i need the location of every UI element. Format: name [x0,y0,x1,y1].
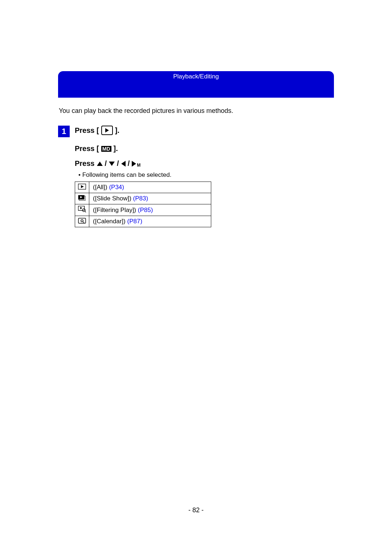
row-0: ([All]) (P34) [89,182,211,193]
row-2: ([Filtering Play]) (P85) [89,204,211,216]
svg-line-8 [85,211,86,212]
row-3-label: ([Calendar]) [93,218,127,225]
table-row: ([Calendar]) (P87) [75,216,211,227]
table-row: ([Slide Show]) (P83) [75,193,211,204]
step2-before: Press [ [75,144,99,153]
bullet-note: Following items can be selected. [75,171,334,179]
up-arrow-icon [97,162,103,166]
step1-before: Press [ [75,126,99,135]
svg-point-10 [81,220,83,222]
mode-dial-badge: MD [101,146,111,152]
row-2-label: ([Filtering Play]) [93,207,138,213]
step-1: 1 Press [ ]. [58,126,334,137]
playback-icon [101,126,113,135]
breadcrumb-bar: Playback/Editing [58,71,334,82]
step3-press: Press [75,159,95,168]
breadcrumb: Playback/Editing [173,73,219,80]
left-arrow-icon [121,161,126,167]
page-link[interactable]: (P87) [127,218,142,225]
step-number-1: 1 [58,126,70,137]
slash-3: / [128,159,130,168]
manual-page: Playback/Editing You can play back the r… [0,0,392,554]
table-row: ([All]) (P34) [75,182,211,193]
page-link[interactable]: (P83) [133,195,148,202]
filtering-play-icon [78,206,86,212]
play-all-icon [78,184,86,190]
row-3: ([Calendar]) (P87) [89,216,211,227]
row-1-label: ([Slide Show]) [93,195,133,202]
page-number: - 82 - [0,506,392,514]
page-link[interactable]: (P34) [109,184,124,191]
svg-marker-6 [80,207,82,209]
row-0-label: ([All]) [93,184,109,191]
right-arrow-icon [132,161,136,167]
table-row: ([Filtering Play]) (P85) [75,204,211,216]
step1-after: ]. [115,126,119,135]
page-link[interactable]: (P85) [138,207,153,213]
step-3: Press / / / M [75,159,334,168]
svg-line-11 [83,222,84,223]
menu-set-m-subscript: M [137,163,140,168]
step2-after: ]. [114,144,118,153]
slash-1: / [105,159,107,168]
step-1-body: Press [ ]. [75,126,119,135]
svg-marker-1 [81,185,84,188]
svg-rect-9 [78,218,86,223]
slash-2: / [117,159,119,168]
down-arrow-icon [109,162,115,166]
step-2: Press [ MD ]. [75,144,334,153]
row-1: ([Slide Show]) (P83) [89,193,211,204]
options-table: ([All]) (P34) ([Slide Show]) (P83) ([Fil… [75,182,211,227]
slideshow-icon [78,195,86,201]
section-title-bar [58,82,334,98]
intro-text: You can play back the recorded pictures … [59,107,334,115]
calendar-icon [78,218,86,224]
